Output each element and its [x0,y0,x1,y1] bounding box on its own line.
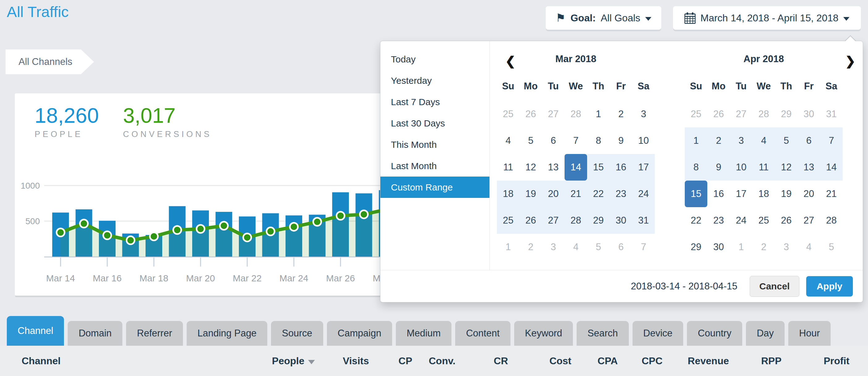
range-option-last-month[interactable]: Last Month [380,155,490,177]
day-cell-2[interactable]: 2 [707,127,730,154]
day-cell-12[interactable]: 12 [520,154,542,180]
day-cell-3[interactable]: 3 [775,234,798,260]
day-cell-17[interactable]: 17 [632,154,655,180]
day-cell-28[interactable]: 28 [564,207,587,234]
day-cell-23[interactable]: 23 [610,180,632,207]
day-cell-5[interactable]: 5 [520,127,542,154]
day-cell-1[interactable]: 1 [730,234,752,260]
next-month-icon[interactable]: ❯ [845,55,856,67]
day-cell-22[interactable]: 22 [587,180,610,207]
tab-country[interactable]: Country [687,321,742,346]
day-cell-14[interactable]: 14 [820,154,843,180]
day-cell-6[interactable]: 6 [798,127,820,154]
day-cell-27[interactable]: 27 [798,207,820,234]
day-cell-5[interactable]: 5 [820,234,843,260]
column-header-cost[interactable]: Cost [508,355,571,367]
daterange-button[interactable]: March 14, 2018 - April 15, 2018 [673,6,861,30]
day-cell-28[interactable]: 28 [752,101,775,127]
column-header-channel[interactable]: Channel [22,355,253,367]
day-cell-10[interactable]: 10 [632,127,655,154]
tab-day[interactable]: Day [746,321,784,346]
day-cell-22[interactable]: 22 [685,207,707,234]
day-cell-17[interactable]: 17 [730,180,752,207]
day-cell-29[interactable]: 29 [775,101,798,127]
day-cell-29[interactable]: 29 [685,234,707,260]
day-cell-2[interactable]: 2 [520,234,542,260]
tab-search[interactable]: Search [577,321,628,346]
breadcrumb-all-channels[interactable]: All Channels [6,50,94,74]
tab-domain[interactable]: Domain [68,321,122,346]
column-header-cr[interactable]: CR [456,355,508,367]
tab-content[interactable]: Content [455,321,510,346]
day-cell-24[interactable]: 24 [730,207,752,234]
range-option-custom-range[interactable]: Custom Range [380,177,490,198]
column-header-revenue[interactable]: Revenue [662,355,729,367]
day-cell-2[interactable]: 2 [752,234,775,260]
day-cell-20[interactable]: 20 [798,180,820,207]
day-cell-31[interactable]: 31 [820,101,843,127]
tab-device[interactable]: Device [632,321,684,346]
day-cell-4[interactable]: 4 [752,127,775,154]
day-cell-25[interactable]: 25 [497,207,520,234]
day-cell-4[interactable]: 4 [564,234,587,260]
day-cell-25[interactable]: 25 [497,101,520,127]
day-cell-26[interactable]: 26 [775,207,798,234]
day-cell-1[interactable]: 1 [497,234,520,260]
column-header-people[interactable]: People [253,355,315,367]
day-cell-3[interactable]: 3 [730,127,752,154]
day-cell-12[interactable]: 12 [775,154,798,180]
day-cell-9[interactable]: 9 [707,154,730,180]
column-header-cpa[interactable]: CPA [571,355,618,367]
day-cell-10[interactable]: 10 [730,154,752,180]
tab-keyword[interactable]: Keyword [514,321,573,346]
cancel-button[interactable]: Cancel [750,276,799,297]
range-option-this-month[interactable]: This Month [380,134,490,155]
day-cell-26[interactable]: 26 [520,207,542,234]
day-cell-26[interactable]: 26 [707,101,730,127]
day-cell-5[interactable]: 5 [587,234,610,260]
day-cell-8[interactable]: 8 [685,154,707,180]
day-cell-11[interactable]: 11 [752,154,775,180]
tab-hour[interactable]: Hour [788,321,831,346]
column-header-cpc[interactable]: CPC [618,355,662,367]
day-cell-15[interactable]: 15 [587,154,610,180]
column-header-cp[interactable]: CP [369,355,412,367]
day-cell-23[interactable]: 23 [707,207,730,234]
day-cell-15[interactable]: 15 [685,180,707,207]
day-cell-5[interactable]: 5 [775,127,798,154]
day-cell-24[interactable]: 24 [632,180,655,207]
range-option-last-7-days[interactable]: Last 7 Days [380,91,490,113]
day-cell-3[interactable]: 3 [632,101,655,127]
day-cell-30[interactable]: 30 [707,234,730,260]
day-cell-19[interactable]: 19 [775,180,798,207]
day-cell-13[interactable]: 13 [542,154,564,180]
column-header-profit[interactable]: Profit [781,355,849,367]
tab-source[interactable]: Source [271,321,323,346]
day-cell-1[interactable]: 1 [685,127,707,154]
day-cell-2[interactable]: 2 [610,101,632,127]
day-cell-21[interactable]: 21 [820,180,843,207]
tab-channel[interactable]: Channel [7,316,64,346]
day-cell-7[interactable]: 7 [820,127,843,154]
day-cell-28[interactable]: 28 [564,101,587,127]
column-header-conv-[interactable]: Conv. [412,355,456,367]
day-cell-4[interactable]: 4 [798,234,820,260]
day-cell-30[interactable]: 30 [798,101,820,127]
day-cell-16[interactable]: 16 [610,154,632,180]
column-header-visits[interactable]: Visits [315,355,369,367]
goal-selector-button[interactable]: ⚑ Goal: All Goals [546,6,661,30]
day-cell-26[interactable]: 26 [520,101,542,127]
tab-campaign[interactable]: Campaign [327,321,392,346]
day-cell-7[interactable]: 7 [632,234,655,260]
tab-referrer[interactable]: Referrer [126,321,183,346]
range-option-last-30-days[interactable]: Last 30 Days [380,113,490,134]
day-cell-28[interactable]: 28 [820,207,843,234]
day-cell-18[interactable]: 18 [497,180,520,207]
day-cell-31[interactable]: 31 [632,207,655,234]
tab-landing-page[interactable]: Landing Page [187,321,267,346]
day-cell-29[interactable]: 29 [587,207,610,234]
day-cell-7[interactable]: 7 [564,127,587,154]
day-cell-9[interactable]: 9 [610,127,632,154]
day-cell-27[interactable]: 27 [542,101,564,127]
day-cell-25[interactable]: 25 [685,101,707,127]
